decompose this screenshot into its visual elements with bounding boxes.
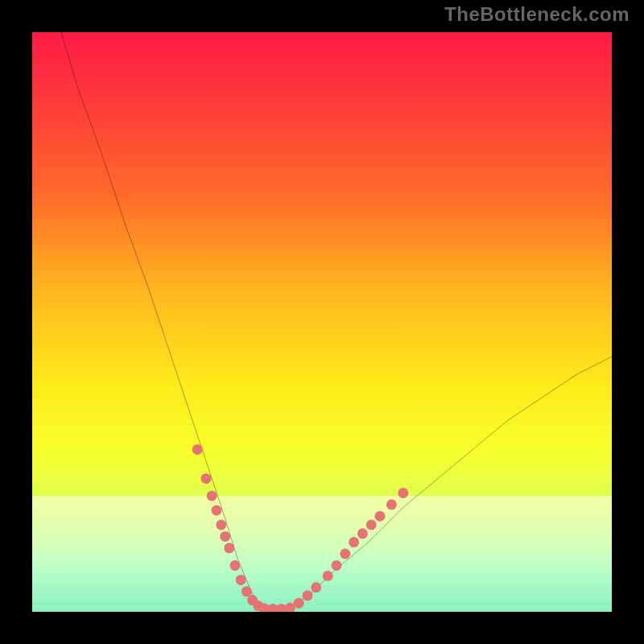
marker-dot	[375, 511, 386, 522]
marker-dot	[357, 528, 368, 539]
marker-dot	[311, 582, 321, 592]
chart-svg	[32, 32, 612, 612]
marker-dot	[332, 560, 342, 571]
chart-frame: TheBottleneck.com	[0, 0, 644, 644]
marker-dot	[224, 543, 234, 553]
marker-dot	[207, 491, 217, 502]
watermark-text: TheBottleneck.com	[444, 3, 630, 26]
marker-dot	[366, 520, 377, 530]
marker-dot	[236, 575, 246, 585]
near-minimum-dots	[192, 444, 409, 612]
marker-dot	[192, 444, 203, 455]
marker-dot	[211, 506, 221, 516]
marker-dot	[220, 531, 230, 542]
marker-dot	[303, 590, 313, 601]
marker-dot	[216, 520, 226, 530]
marker-dot	[349, 537, 359, 547]
marker-dot	[398, 488, 408, 498]
marker-dot	[230, 560, 241, 571]
bottleneck-curve	[61, 32, 612, 609]
marker-dot	[294, 598, 304, 609]
plot-area	[32, 32, 612, 612]
marker-dot	[242, 586, 252, 597]
marker-dot	[340, 549, 350, 559]
marker-dot	[323, 571, 333, 581]
marker-dot	[386, 499, 397, 510]
marker-dot	[201, 473, 212, 484]
